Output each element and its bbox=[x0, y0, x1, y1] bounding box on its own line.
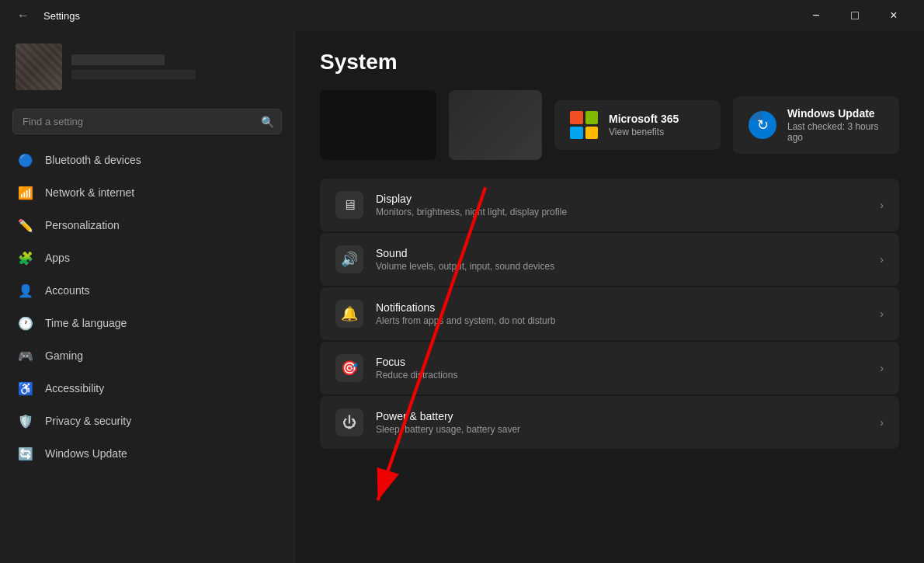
sidebar-item-update[interactable]: 🔄 Windows Update bbox=[6, 437, 288, 470]
settings-text-focus: Focus Reduce distractions bbox=[376, 356, 867, 381]
ms365-title: Microsoft 365 bbox=[609, 113, 679, 125]
wu-title: Windows Update bbox=[787, 107, 884, 120]
sidebar-item-time[interactable]: 🕐 Time & language bbox=[6, 307, 288, 339]
nav-icon-bluetooth: 🔵 bbox=[17, 151, 34, 169]
settings-item-sound[interactable]: 🔊 Sound Volume levels, output, input, so… bbox=[320, 233, 899, 286]
back-button[interactable]: ← bbox=[12, 5, 34, 26]
sidebar-item-accounts[interactable]: 👤 Accounts bbox=[6, 274, 288, 307]
settings-title-notifications: Notifications bbox=[376, 301, 867, 314]
ms365-card[interactable]: Microsoft 365 View benefits bbox=[554, 100, 721, 150]
settings-icon-notifications: 🔔 bbox=[335, 300, 363, 328]
settings-icon-display: 🖥 bbox=[335, 191, 363, 219]
settings-title-display: Display bbox=[376, 193, 867, 205]
settings-item-power[interactable]: ⏻ Power & battery Sleep, battery usage, … bbox=[320, 396, 899, 449]
settings-desc-power: Sleep, battery usage, battery saver bbox=[376, 424, 867, 435]
page-title: System bbox=[320, 50, 899, 75]
sidebar-item-bluetooth[interactable]: 🔵 Bluetooth & devices bbox=[6, 144, 288, 176]
windows-update-card[interactable]: Windows Update Last checked: 3 hours ago bbox=[733, 96, 899, 154]
ms365-icon bbox=[570, 111, 598, 139]
settings-icon-power: ⏻ bbox=[335, 408, 363, 436]
settings-title-sound: Sound bbox=[376, 247, 867, 259]
sidebar-item-accessibility[interactable]: ♿ Accessibility bbox=[6, 372, 288, 405]
profile-text bbox=[71, 54, 196, 79]
app-body: 🔍 🔵 Bluetooth & devices 📶 Network & inte… bbox=[0, 31, 924, 563]
ms365-card-text: Microsoft 365 View benefits bbox=[609, 113, 679, 137]
title-bar-left: ← Settings bbox=[12, 5, 80, 26]
nav-label-personalization: Personalization bbox=[45, 219, 120, 231]
profile-name bbox=[71, 54, 165, 65]
nav-icon-accessibility: ♿ bbox=[17, 380, 34, 397]
profile-email bbox=[71, 70, 196, 79]
sidebar-item-privacy[interactable]: 🛡️ Privacy & security bbox=[6, 405, 288, 437]
wu-card-text: Windows Update Last checked: 3 hours ago bbox=[787, 107, 884, 143]
chevron-icon-focus: › bbox=[880, 362, 884, 374]
settings-icon-focus: 🎯 bbox=[335, 354, 363, 382]
settings-icon-sound: 🔊 bbox=[335, 245, 363, 273]
settings-desc-notifications: Alerts from apps and system, do not dist… bbox=[376, 315, 867, 326]
wu-desc: Last checked: 3 hours ago bbox=[787, 121, 884, 143]
sidebar-item-apps[interactable]: 🧩 Apps bbox=[6, 242, 288, 274]
settings-list: 🖥 Display Monitors, brightness, night li… bbox=[320, 179, 899, 449]
avatar bbox=[16, 43, 62, 90]
nav-label-accounts: Accounts bbox=[45, 284, 90, 297]
close-button[interactable]: × bbox=[876, 3, 912, 28]
nav-label-privacy: Privacy & security bbox=[45, 415, 131, 427]
nav-label-apps: Apps bbox=[45, 252, 70, 264]
sidebar-item-network[interactable]: 📶 Network & internet bbox=[6, 176, 288, 209]
settings-title-power: Power & battery bbox=[376, 410, 867, 422]
system-image-primary bbox=[320, 90, 436, 160]
chevron-icon-sound: › bbox=[880, 253, 884, 266]
chevron-icon-display: › bbox=[880, 199, 884, 211]
settings-desc-display: Monitors, brightness, night light, displ… bbox=[376, 207, 867, 217]
nav-label-gaming: Gaming bbox=[45, 349, 83, 362]
nav-icon-accounts: 👤 bbox=[17, 282, 34, 299]
chevron-icon-notifications: › bbox=[880, 308, 884, 320]
banner-row: Microsoft 365 View benefits Windows Upda… bbox=[320, 90, 899, 160]
nav-label-bluetooth: Bluetooth & devices bbox=[45, 154, 141, 166]
settings-item-notifications[interactable]: 🔔 Notifications Alerts from apps and sys… bbox=[320, 287, 899, 340]
chevron-icon-power: › bbox=[880, 416, 884, 429]
maximize-button[interactable]: □ bbox=[837, 3, 873, 28]
settings-text-notifications: Notifications Alerts from apps and syste… bbox=[376, 301, 867, 326]
window-controls: − □ × bbox=[798, 3, 912, 28]
system-image-secondary bbox=[449, 90, 542, 160]
settings-text-power: Power & battery Sleep, battery usage, ba… bbox=[376, 410, 867, 435]
sidebar-item-gaming[interactable]: 🎮 Gaming bbox=[6, 339, 288, 372]
minimize-button[interactable]: − bbox=[798, 3, 834, 28]
nav-icon-time: 🕐 bbox=[17, 315, 34, 332]
nav-icon-apps: 🧩 bbox=[17, 249, 34, 266]
settings-title-focus: Focus bbox=[376, 356, 867, 368]
sidebar-item-personalization[interactable]: ✏️ Personalization bbox=[6, 209, 288, 242]
settings-text-sound: Sound Volume levels, output, input, soun… bbox=[376, 247, 867, 272]
app-title: Settings bbox=[43, 10, 80, 22]
settings-text-display: Display Monitors, brightness, night ligh… bbox=[376, 193, 867, 217]
nav-icon-network: 📶 bbox=[17, 184, 34, 201]
search-input[interactable] bbox=[12, 109, 282, 134]
nav-icon-gaming: 🎮 bbox=[17, 347, 34, 364]
profile-section bbox=[0, 31, 294, 103]
nav-icon-personalization: ✏️ bbox=[17, 217, 34, 234]
windows-update-icon bbox=[749, 111, 776, 139]
settings-desc-focus: Reduce distractions bbox=[376, 370, 867, 381]
settings-item-display[interactable]: 🖥 Display Monitors, brightness, night li… bbox=[320, 179, 899, 231]
settings-item-focus[interactable]: 🎯 Focus Reduce distractions › bbox=[320, 342, 899, 394]
main-content: System Microsoft 365 View benefits Windo… bbox=[295, 31, 924, 563]
title-bar: ← Settings − □ × bbox=[0, 0, 924, 31]
search-icon: 🔍 bbox=[261, 116, 274, 128]
nav-label-accessibility: Accessibility bbox=[45, 382, 104, 394]
nav-list: 🔵 Bluetooth & devices 📶 Network & intern… bbox=[0, 141, 294, 563]
nav-icon-privacy: 🛡️ bbox=[17, 412, 34, 429]
nav-label-update: Windows Update bbox=[45, 447, 127, 460]
nav-icon-update: 🔄 bbox=[17, 445, 34, 462]
ms365-desc: View benefits bbox=[609, 127, 679, 137]
nav-label-network: Network & internet bbox=[45, 186, 134, 199]
sidebar: 🔍 🔵 Bluetooth & devices 📶 Network & inte… bbox=[0, 31, 295, 563]
search-box: 🔍 bbox=[12, 109, 282, 134]
nav-label-time: Time & language bbox=[45, 317, 127, 329]
settings-desc-sound: Volume levels, output, input, sound devi… bbox=[376, 261, 867, 272]
